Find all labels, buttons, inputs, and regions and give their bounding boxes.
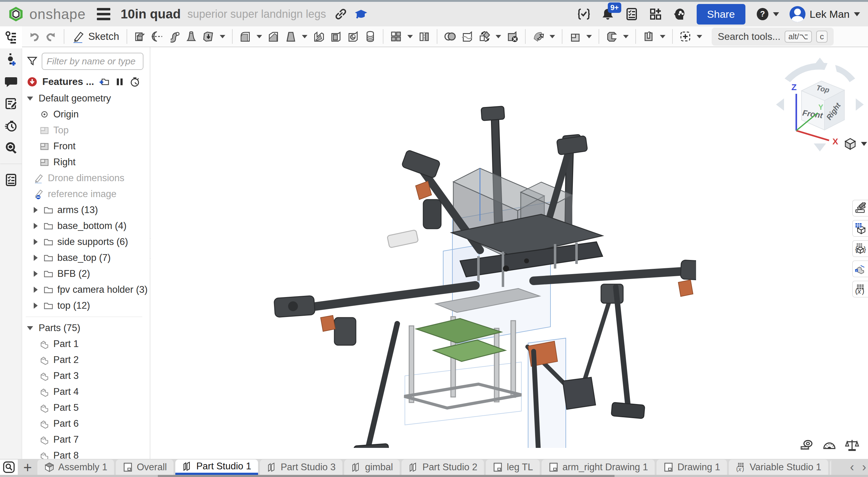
graphics-viewport[interactable]: Top Front Right Z X Y: [151, 48, 868, 459]
offset-surface-icon[interactable]: [605, 29, 619, 43]
share-button[interactable]: Share: [697, 4, 745, 25]
chevron-right-icon[interactable]: [34, 255, 38, 261]
chamfer-icon[interactable]: [266, 29, 280, 43]
appearance-panel-tab[interactable]: [852, 200, 868, 216]
draft-icon[interactable]: [283, 29, 298, 43]
tree-folder-arms[interactable]: arms (13): [22, 202, 150, 218]
move-face-menu-chevron[interactable]: [550, 35, 555, 38]
insert-stack-icon[interactable]: [363, 29, 377, 43]
hole-icon[interactable]: [346, 29, 360, 43]
tree-item-origin[interactable]: Origin: [22, 107, 150, 122]
tree-folder-top[interactable]: top (12): [22, 298, 150, 314]
tabs-prev-button[interactable]: ‹: [850, 461, 854, 473]
tape-measure-icon[interactable]: [799, 438, 814, 453]
thicken-menu-chevron[interactable]: [220, 35, 225, 38]
tab-gimbal[interactable]: gimbal: [344, 459, 400, 475]
boolean-icon[interactable]: [443, 29, 457, 43]
tab-drawing-1[interactable]: Drawing 1: [656, 459, 727, 475]
tree-item-front-plane[interactable]: Front: [22, 138, 150, 154]
app-store-icon[interactable]: [649, 7, 662, 21]
tasks-icon[interactable]: [625, 7, 639, 21]
tree-part-1[interactable]: Part 1: [22, 336, 150, 352]
loft-icon[interactable]: [184, 29, 198, 43]
tree-folder-side-supports[interactable]: side supports (6): [22, 234, 150, 250]
tab-part-studio-1[interactable]: Part Studio 1: [175, 459, 258, 475]
notes-icon[interactable]: [4, 97, 18, 110]
tree-item-drone-dimensions[interactable]: Drone dimensions: [22, 170, 150, 186]
insert-feature-menu-chevron[interactable]: [697, 35, 702, 38]
new-folder-icon[interactable]: [99, 77, 110, 87]
onshape-logo[interactable]: onshape: [8, 6, 86, 22]
pattern-menu-chevron[interactable]: [407, 35, 413, 38]
tree-section-parts[interactable]: Parts (75): [22, 320, 150, 336]
linear-pattern-icon[interactable]: [389, 29, 403, 43]
tabbar-scrollbar-thumb[interactable]: [158, 475, 615, 477]
tab-search-button[interactable]: [0, 459, 18, 475]
onshape-search-icon[interactable]: [4, 141, 18, 154]
tab-part-studio-2[interactable]: Part Studio 2: [402, 459, 484, 475]
chevron-right-icon[interactable]: [34, 239, 38, 245]
transform-icon[interactable]: [477, 29, 491, 43]
tab-assembly-1[interactable]: Assembly 1: [37, 459, 114, 475]
variables-panel-tab[interactable]: (x): [852, 281, 868, 297]
mass-properties-icon[interactable]: [845, 438, 860, 453]
ai-advisor-icon[interactable]: [673, 7, 686, 21]
shell-icon[interactable]: [329, 29, 343, 43]
chevron-right-icon[interactable]: [34, 287, 38, 293]
rollback-icon[interactable]: [27, 77, 37, 87]
versions-icon[interactable]: [4, 53, 18, 66]
document-title[interactable]: 10in quad: [121, 7, 181, 22]
enclose-menu-chevron[interactable]: [660, 35, 665, 38]
checklist-icon[interactable]: [4, 173, 18, 187]
featurescript-icon[interactable]: [577, 7, 591, 21]
dimensions-panel-tab[interactable]: A: [852, 261, 868, 277]
chevron-right-icon[interactable]: [34, 271, 38, 277]
chevron-right-icon[interactable]: [34, 303, 38, 309]
learning-center-icon[interactable]: [354, 7, 368, 21]
tab-arm-right-drawing-1[interactable]: arm_right Drawing 1: [541, 459, 655, 475]
offset-surface-menu-chevron[interactable]: [623, 35, 629, 38]
rib-icon[interactable]: [312, 29, 326, 43]
mirror-icon[interactable]: [417, 29, 431, 43]
search-tools[interactable]: Search tools... alt/⌥ c: [712, 28, 834, 46]
chevron-down-icon[interactable]: [27, 96, 33, 100]
tree-part-8[interactable]: Part 8: [22, 448, 150, 459]
tree-part-2[interactable]: Part 2: [22, 352, 150, 368]
fillet-icon[interactable]: [238, 29, 252, 43]
drone-model[interactable]: [264, 89, 696, 448]
tree-item-reference-image[interactable]: reference image: [22, 186, 150, 202]
tree-part-3[interactable]: Part 3: [22, 368, 150, 384]
extrude-icon[interactable]: [133, 29, 147, 43]
redo-button[interactable]: [44, 29, 58, 43]
help-menu[interactable]: ?: [756, 7, 779, 21]
thicken-icon[interactable]: [202, 29, 215, 43]
tab-overall[interactable]: Overall: [116, 459, 174, 475]
named-views-panel-tab[interactable]: [852, 220, 868, 237]
tab-variable-studio-1[interactable]: (x) Variable Studio 1: [729, 459, 828, 475]
chevron-right-icon[interactable]: [34, 207, 38, 213]
view-settings[interactable]: [843, 137, 867, 151]
move-face-icon[interactable]: [531, 29, 545, 43]
sketch-button[interactable]: Sketch: [72, 30, 119, 43]
draft-menu-chevron[interactable]: [302, 35, 307, 38]
configurations-panel-tab[interactable]: {}: [852, 240, 868, 257]
new-tab-button[interactable]: +: [18, 459, 37, 475]
filter-input[interactable]: [42, 53, 144, 70]
chevron-right-icon[interactable]: [34, 223, 38, 229]
tree-part-7[interactable]: Part 7: [22, 431, 150, 448]
delete-part-icon[interactable]: [505, 29, 520, 43]
document-menu-icon[interactable]: [97, 8, 110, 20]
insert-feature-icon[interactable]: [678, 29, 692, 43]
split-icon[interactable]: [460, 29, 474, 43]
tree-item-right-plane[interactable]: Right: [22, 154, 150, 170]
enclose-icon[interactable]: [642, 29, 656, 43]
fillet-menu-chevron[interactable]: [256, 35, 262, 38]
notifications[interactable]: 9+: [601, 7, 615, 21]
link-icon[interactable]: [334, 7, 347, 21]
feature-list-icon[interactable]: [4, 31, 18, 44]
tab-leg-tl[interactable]: leg TL: [486, 459, 540, 475]
tree-folder-bfb[interactable]: BFB (2): [22, 266, 150, 282]
revolve-icon[interactable]: [150, 29, 164, 43]
tab-screenshot-20[interactable]: Screenshot 20: [830, 459, 831, 475]
plane-icon[interactable]: [568, 29, 582, 43]
